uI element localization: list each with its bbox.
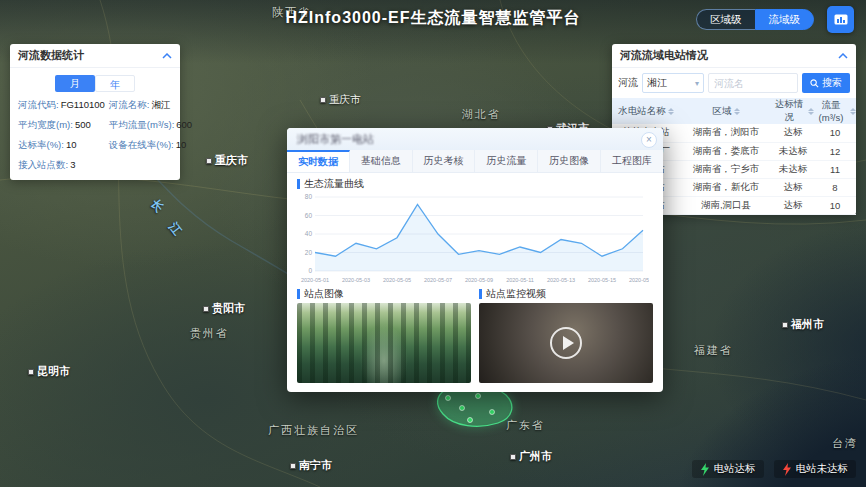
sort-icon — [668, 108, 674, 115]
toggle-region-level[interactable]: 区域级 — [696, 9, 755, 30]
field-station-count: 接入站点数:3 — [18, 159, 105, 172]
column-status[interactable]: 达标情况 — [772, 98, 814, 124]
city-marker-icon — [510, 454, 516, 460]
city-marker-icon — [206, 158, 212, 164]
svg-text:0: 0 — [308, 267, 312, 274]
field-compliance-rate: 达标率(%):10 — [18, 139, 105, 152]
svg-text:20: 20 — [305, 249, 313, 256]
city-marker-icon — [203, 306, 209, 312]
section-marker-icon — [297, 289, 300, 299]
panel-body: 月 年 河流代码:FG110100 河流名称:湘江 平均宽度(m):500 平均… — [10, 68, 180, 180]
map-label: 福建省 — [694, 343, 733, 358]
field-river-code: 河流代码:FG110100 — [18, 99, 105, 112]
tab-history-review[interactable]: 历史考核 — [413, 150, 476, 172]
table-header-row: 水电站名称 区域 达标情况 流量(m³/s) — [612, 98, 856, 124]
field-river-name: 河流名称:湘江 — [109, 99, 192, 112]
field-device-online-rate: 设备在线率(%):10 — [109, 139, 192, 152]
media-row: 站点图像 站点监控视频 — [297, 287, 653, 383]
dashboard-panel-button[interactable] — [827, 6, 854, 33]
column-station-name[interactable]: 水电站名称 — [612, 98, 680, 124]
river-statistics-panel: 河流数据统计 月 年 河流代码:FG110100 河流名称:湘江 平均宽度(m)… — [10, 44, 180, 180]
river-name-input[interactable] — [708, 73, 798, 93]
sort-icon — [734, 108, 740, 115]
video-section-title: 站点监控视频 — [479, 287, 653, 301]
svg-text:2020-05-05: 2020-05-05 — [383, 277, 411, 283]
svg-text:2020-05-09: 2020-05-09 — [465, 277, 493, 283]
statistics-fields: 河流代码:FG110100 河流名称:湘江 平均宽度(m):500 平均流量(m… — [18, 99, 172, 172]
tab-year[interactable]: 年 — [95, 75, 135, 92]
tab-realtime-data[interactable]: 实时数据 — [287, 150, 350, 172]
svg-text:2020-05-17: 2020-05-17 — [629, 277, 649, 283]
city-marker-icon — [782, 322, 788, 328]
period-tabs: 月 年 — [18, 75, 172, 92]
svg-text:2020-05-13: 2020-05-13 — [547, 277, 575, 283]
collapse-panel-button[interactable] — [162, 53, 172, 59]
collapse-panel-button[interactable] — [838, 53, 848, 59]
chart-section-title: 生态流量曲线 — [297, 177, 653, 191]
site-image-section: 站点图像 — [297, 287, 471, 383]
sort-icon — [850, 108, 856, 115]
panel-header: 河流数据统计 — [10, 44, 180, 68]
map-label: 重庆市 — [206, 153, 248, 168]
map-label: 贵州省 — [190, 326, 229, 341]
eco-flow-chart: 0204060802020-05-012020-05-032020-05-052… — [297, 191, 649, 285]
image-section-title: 站点图像 — [297, 287, 471, 301]
station-detail-modal: 浏阳市第一电站 × 实时数据 基础信息 历史考核 历史流量 历史图像 工程图库 … — [287, 128, 663, 392]
svg-text:40: 40 — [305, 230, 313, 237]
bar-chart-icon — [833, 12, 849, 28]
tab-history-flow[interactable]: 历史流量 — [475, 150, 538, 172]
lightning-icon — [782, 463, 792, 476]
map-label: 昆明市 — [28, 364, 70, 379]
map-label: 台湾 — [832, 436, 858, 451]
tab-history-images[interactable]: 历史图像 — [538, 150, 601, 172]
city-marker-icon — [320, 97, 326, 103]
city-marker-icon — [290, 463, 296, 469]
legend-compliant[interactable]: 电站达标 — [692, 460, 764, 478]
map-label: 福州市 — [782, 317, 824, 332]
chevron-up-icon — [838, 53, 848, 59]
chevron-up-icon — [162, 53, 172, 59]
map-label: 湖北省 — [462, 107, 501, 122]
river-filter-label: 河流 — [618, 76, 638, 90]
modal-title: 浏阳市第一电站 — [297, 132, 374, 147]
panel-title: 河流流域电站情况 — [620, 48, 708, 63]
panel-header: 河流流域电站情况 — [612, 44, 856, 68]
video-player[interactable] — [479, 303, 653, 383]
tab-basic-info[interactable]: 基础信息 — [350, 150, 413, 172]
station-filter-row: 河流 湘江 ▾ 搜索 — [612, 68, 856, 98]
modal-titlebar: 浏阳市第一电站 — [287, 128, 663, 150]
svg-text:2020-05-01: 2020-05-01 — [301, 277, 329, 283]
svg-text:2020-05-07: 2020-05-07 — [424, 277, 452, 283]
modal-tabs: 实时数据 基础信息 历史考核 历史流量 历史图像 工程图库 — [287, 150, 663, 173]
column-region[interactable]: 区域 — [680, 98, 772, 124]
map-label: 南宁市 — [290, 458, 332, 473]
play-icon[interactable] — [550, 327, 582, 359]
svg-text:80: 80 — [305, 193, 313, 200]
field-avg-width: 平均宽度(m):500 — [18, 119, 105, 132]
toggle-basin-level[interactable]: 流域级 — [755, 9, 815, 30]
tab-project-gallery[interactable]: 工程图库 — [601, 150, 663, 172]
lightning-icon — [700, 463, 710, 476]
river-select[interactable]: 湘江 ▾ — [642, 73, 704, 93]
site-photo[interactable] — [297, 303, 471, 383]
map-label: 重庆市 — [320, 93, 361, 107]
close-icon[interactable]: × — [641, 132, 657, 148]
panel-title: 河流数据统计 — [18, 48, 84, 63]
svg-text:60: 60 — [305, 212, 313, 219]
tab-month[interactable]: 月 — [55, 75, 95, 92]
site-video-section: 站点监控视频 — [479, 287, 653, 383]
section-marker-icon — [297, 179, 300, 189]
search-button[interactable]: 搜索 — [802, 73, 850, 93]
map-label: 广州市 — [510, 449, 552, 464]
svg-text:2020-05-15: 2020-05-15 — [588, 277, 616, 283]
svg-text:2020-05-03: 2020-05-03 — [342, 277, 370, 283]
column-flow[interactable]: 流量(m³/s) — [814, 98, 856, 124]
map-label: 贵阳市 — [203, 301, 245, 316]
legend-noncompliant[interactable]: 电站未达标 — [774, 460, 857, 478]
map-label: 广东省 — [506, 418, 545, 433]
city-marker-icon — [28, 369, 34, 375]
station-status-legend: 电站达标 电站未达标 — [692, 460, 857, 478]
chevron-down-icon: ▾ — [695, 79, 699, 88]
field-avg-flow: 平均流量(m³/s):600 — [109, 119, 192, 132]
map-label: 广西壮族自治区 — [268, 423, 359, 438]
